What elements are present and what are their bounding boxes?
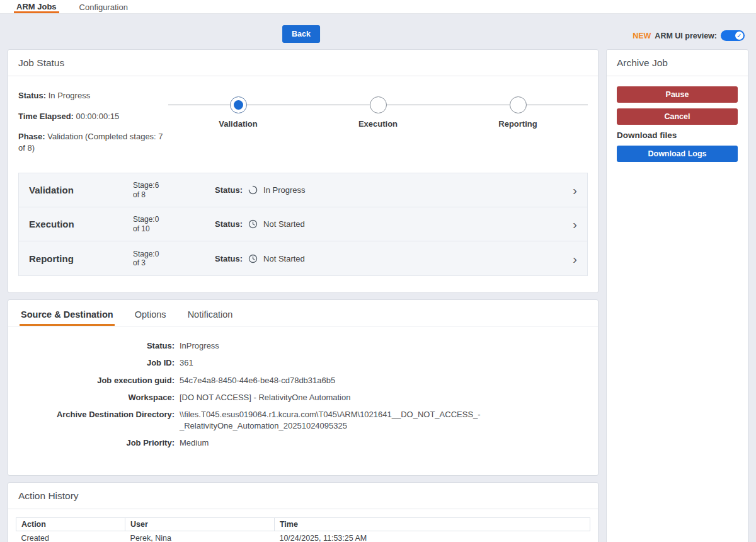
field-label: Workspace:	[18, 392, 175, 403]
column-header-time: Time	[274, 517, 590, 531]
row-status-value: In Progress	[263, 185, 305, 195]
row-name: Validation	[29, 185, 133, 195]
action-history-table: Action User Time Created Perek, Nina 10/…	[16, 517, 590, 542]
field-job-priority: Job Priority: Medium	[18, 437, 588, 449]
tab-configuration-label: Configuration	[79, 3, 128, 12]
row-status-label: Status:	[215, 219, 243, 229]
toolbar: Back NEW ARM UI preview:	[8, 20, 748, 49]
step-reporting-circle-icon	[510, 96, 527, 113]
row-name: Execution	[29, 219, 133, 229]
step-execution-circle-icon	[370, 96, 387, 113]
archive-job-card: Archive Job Pause Cancel Download files …	[606, 49, 748, 542]
cell-action: Created	[16, 531, 125, 542]
tab-source-destination[interactable]: Source & Destination	[20, 300, 115, 326]
phase-label: Phase:	[18, 132, 45, 141]
status-label: Status:	[18, 91, 46, 100]
field-archive-destination-directory: Archive Destination Directory: \\files.T…	[18, 409, 588, 432]
cell-user: Perek, Nina	[125, 531, 275, 542]
phase-line: Phase: Validation (Completed stages: 7 o…	[18, 131, 168, 153]
details-fields: Status: InProgress Job ID: 361 Job execu…	[8, 326, 598, 475]
accordion-row-execution[interactable]: Execution Stage:0 of 10 Status: Not Star…	[19, 207, 587, 241]
field-label: Job ID:	[18, 357, 175, 369]
row-name: Reporting	[29, 253, 133, 264]
action-history-title: Action History	[8, 483, 598, 509]
row-status: Status: Not Started	[215, 219, 573, 229]
step-validation-label: Validation	[219, 119, 257, 129]
download-files-label: Download files	[617, 130, 738, 140]
job-details-card: Source & Destination Options Notificatio…	[8, 299, 598, 475]
cancel-button[interactable]: Cancel	[617, 108, 738, 125]
field-job-id: Job ID: 361	[18, 357, 588, 369]
job-status-card: Job Status Status: In Progress Time Elap…	[8, 49, 598, 293]
accordion-row-reporting[interactable]: Reporting Stage:0 of 3 Status: Not Start…	[19, 241, 587, 275]
phase-stepper: Validation Execution Reporting	[168, 90, 588, 163]
field-value: InProgress	[180, 340, 219, 352]
details-tab-bar: Source & Destination Options Notificatio…	[8, 300, 598, 326]
step-validation: Validation	[168, 96, 308, 129]
tab-arm-jobs[interactable]: ARM Jobs	[14, 0, 59, 13]
tab-notification[interactable]: Notification	[186, 300, 234, 326]
field-value: 361	[180, 357, 193, 369]
field-job-execution-guid: Job execution guid: 54c7e4a8-8450-44e6-b…	[18, 375, 588, 386]
time-elapsed-line: Time Elapsed: 00:00:00:15	[18, 111, 168, 122]
field-value: Medium	[180, 437, 209, 449]
top-tab-bar: ARM Jobs Configuration	[0, 0, 756, 14]
tab-arm-jobs-label: ARM Jobs	[16, 2, 57, 11]
row-status-label: Status:	[215, 254, 243, 263]
step-execution-label: Execution	[358, 119, 398, 129]
row-status-value: Not Started	[263, 219, 305, 229]
column-header-action: Action	[16, 517, 125, 531]
row-status-label: Status:	[215, 185, 243, 195]
step-reporting: Reporting	[448, 96, 588, 129]
spinner-icon	[248, 185, 258, 195]
cell-time: 10/24/2025, 11:53:25 AM	[274, 531, 590, 542]
time-elapsed-value: 00:00:00:15	[76, 112, 120, 121]
field-value: \\files.T045.esus019064.r1.kcura.com\T04…	[180, 409, 576, 432]
table-row: Created Perek, Nina 10/24/2025, 11:53:25…	[16, 531, 590, 542]
field-label: Job Priority:	[18, 437, 175, 449]
column-header-user: User	[125, 517, 275, 531]
check-icon	[735, 32, 743, 40]
arm-ui-preview: NEW ARM UI preview:	[633, 30, 745, 41]
clock-icon	[248, 219, 258, 229]
tab-options[interactable]: Options	[134, 300, 168, 326]
row-status: Status: In Progress	[215, 185, 573, 195]
field-status: Status: InProgress	[18, 340, 588, 352]
status-line: Status: In Progress	[18, 90, 168, 101]
field-value: [DO NOT ACCESS] - RelativityOne Automati…	[180, 392, 350, 403]
step-reporting-label: Reporting	[498, 119, 537, 129]
chevron-right-icon: ›	[573, 252, 577, 265]
preview-label: ARM UI preview:	[655, 32, 717, 40]
chevron-right-icon: ›	[573, 183, 577, 197]
download-logs-button[interactable]: Download Logs	[617, 146, 738, 162]
row-stage: Stage:0 of 3	[133, 250, 215, 268]
new-badge: NEW	[633, 32, 651, 40]
table-header-row: Action User Time	[16, 517, 590, 531]
archive-job-title: Archive Job	[607, 50, 748, 76]
pause-button[interactable]: Pause	[617, 86, 738, 103]
clock-icon	[248, 254, 258, 263]
field-label: Job execution guid:	[18, 375, 175, 386]
phase-accordion: Validation Stage:6 of 8 Status: In Progr…	[18, 173, 588, 276]
row-status-value: Not Started	[263, 254, 305, 263]
row-stage: Stage:6 of 8	[133, 181, 215, 199]
tab-configuration[interactable]: Configuration	[77, 1, 130, 13]
action-history-card: Action History Action User Time	[8, 482, 598, 542]
job-status-title: Job Status	[8, 50, 598, 76]
accordion-row-validation[interactable]: Validation Stage:6 of 8 Status: In Progr…	[19, 173, 587, 207]
step-validation-circle-icon	[230, 96, 247, 113]
status-value: In Progress	[49, 91, 90, 100]
field-label: Status:	[18, 340, 175, 352]
row-status: Status: Not Started	[215, 254, 573, 263]
chevron-right-icon: ›	[573, 217, 577, 231]
step-execution: Execution	[308, 96, 448, 129]
job-status-info: Status: In Progress Time Elapsed: 00:00:…	[18, 90, 168, 163]
page-content: Back NEW ARM UI preview: Job Status Stat…	[0, 14, 756, 542]
field-label: Archive Destination Directory:	[18, 409, 175, 432]
field-value: 54c7e4a8-8450-44e6-be48-cd78db31a6b5	[180, 375, 335, 386]
row-stage: Stage:0 of 10	[133, 215, 215, 233]
time-elapsed-label: Time Elapsed:	[18, 112, 74, 121]
arm-ui-preview-toggle[interactable]	[721, 30, 745, 41]
back-button[interactable]: Back	[282, 25, 320, 43]
field-workspace: Workspace: [DO NOT ACCESS] - RelativityO…	[18, 392, 588, 403]
